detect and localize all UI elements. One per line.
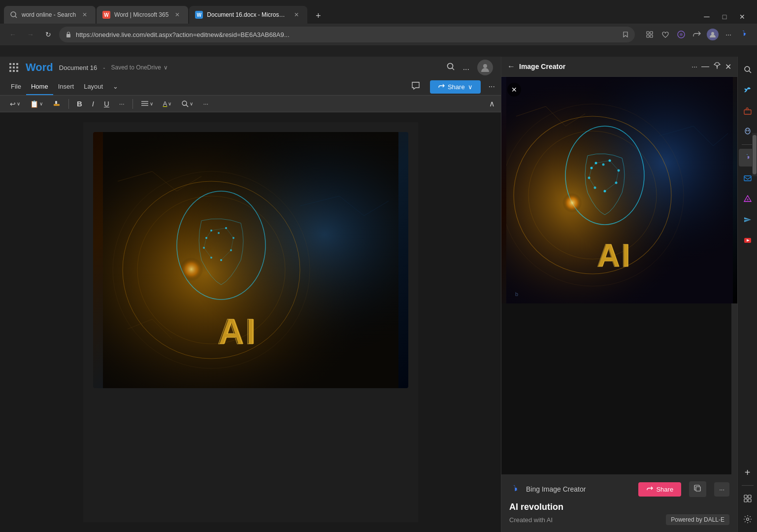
svg-point-19 <box>447 64 453 69</box>
sidebar-bird-icon[interactable] <box>739 81 757 99</box>
word-search-btn[interactable] <box>446 62 455 73</box>
word-area: Word Document 16 - Saved to OneDrive ∨ .… <box>0 57 501 532</box>
menu-more-chevron[interactable]: ⌄ <box>108 79 123 95</box>
bing-icon[interactable] <box>737 28 751 41</box>
align-btn[interactable]: ∨ <box>137 99 157 109</box>
share-button[interactable]: Share ∨ <box>430 80 481 94</box>
tab1-close[interactable]: ✕ <box>80 10 90 20</box>
address-bar[interactable]: https://onedrive.live.com/edit.aspx?acti… <box>59 27 635 42</box>
lock-icon <box>65 31 72 38</box>
tab-bar: word online - Search ✕ W Word | Microsof… <box>0 0 757 24</box>
highlight-btn[interactable]: A ∨ <box>159 98 176 109</box>
sidebar-settings-icon[interactable] <box>739 510 757 528</box>
panel-copy-button[interactable] <box>689 481 706 497</box>
tab3-close[interactable]: ✕ <box>292 10 301 20</box>
browser-more-icon[interactable]: ··· <box>722 28 735 41</box>
profile-icon[interactable] <box>706 28 720 41</box>
forward-button[interactable]: → <box>24 28 37 41</box>
svg-point-84 <box>745 66 750 71</box>
svg-point-79 <box>557 172 611 226</box>
menu-layout[interactable]: Layout <box>79 79 108 95</box>
menu-insert[interactable]: Insert <box>53 79 79 95</box>
clipboard-btn[interactable]: 📋 ∨ <box>26 98 47 110</box>
sidebar-add-icon[interactable]: + <box>739 464 757 481</box>
panel-more-button[interactable]: ··· <box>691 63 697 70</box>
svg-rect-94 <box>744 495 747 498</box>
sidebar-search-icon[interactable] <box>739 61 757 78</box>
sidebar-briefcase-icon[interactable] <box>739 102 757 120</box>
browser-chrome: word online - Search ✕ W Word | Microsof… <box>0 0 757 57</box>
collections-icon[interactable] <box>643 28 657 41</box>
maximize-window[interactable]: □ <box>718 10 731 24</box>
svg-line-1 <box>15 16 17 18</box>
panel-title-text: Image Creator <box>519 63 688 70</box>
refresh-button[interactable]: ↻ <box>41 28 55 41</box>
word-separator: - <box>103 64 105 71</box>
svg-rect-6 <box>650 35 653 37</box>
underline-btn[interactable]: U <box>100 98 113 110</box>
panel-image-close-button[interactable]: ✕ <box>507 83 521 97</box>
toolbar-sep1 <box>68 99 69 109</box>
close-window[interactable]: ✕ <box>735 10 749 24</box>
svg-point-8 <box>680 33 683 36</box>
menu-file[interactable]: File <box>6 79 26 95</box>
toolbar-more2[interactable]: ··· <box>199 98 212 109</box>
back-button[interactable]: ← <box>6 28 20 41</box>
panel-close-button[interactable]: ✕ <box>725 62 731 71</box>
panel-ai-image: AI AI b <box>501 77 737 303</box>
apps-icon[interactable] <box>8 62 20 73</box>
panel-ellipsis-button[interactable]: ··· <box>714 482 729 497</box>
panel-pin-button[interactable] <box>713 62 721 71</box>
undo-btn[interactable]: ↩ ∨ <box>6 98 24 110</box>
svg-rect-95 <box>748 495 751 498</box>
panel-share-button[interactable]: Share <box>638 482 681 497</box>
word-avatar[interactable] <box>477 60 493 75</box>
italic-btn[interactable]: I <box>88 98 98 110</box>
svg-point-21 <box>483 64 487 68</box>
panel-footer: Bing Image Creator Share ··· AI revoluti… <box>501 474 737 532</box>
right-sidebar: + <box>737 57 757 532</box>
new-tab-button[interactable]: + <box>310 8 326 24</box>
minimize-window[interactable]: ─ <box>700 10 714 24</box>
sidebar-send-icon[interactable] <box>739 211 757 229</box>
tab2-close[interactable]: ✕ <box>172 10 182 20</box>
share-nav-icon[interactable] <box>690 28 704 41</box>
copy-icon <box>694 485 701 492</box>
panel-minimize-button[interactable]: — <box>701 62 709 71</box>
panel-back-button[interactable]: ← <box>507 62 515 71</box>
tab-word365[interactable]: W Word | Microsoft 365 ✕ <box>97 6 188 24</box>
svg-text:AI: AI <box>218 312 257 351</box>
heart-icon[interactable] <box>658 28 672 41</box>
sidebar-design-icon[interactable] <box>739 190 757 208</box>
svg-rect-3 <box>647 32 649 34</box>
svg-point-88 <box>746 130 747 132</box>
svg-point-0 <box>11 12 16 17</box>
toolbar-collapse-btn[interactable]: ∧ <box>489 99 495 108</box>
svg-rect-13 <box>9 66 11 68</box>
word-menu-bar: File Home Insert Layout ⌄ Share ∨ ··· <box>0 78 501 96</box>
tab-document[interactable]: W Document 16.docx - Microsoft W ✕ <box>189 6 307 24</box>
word-saved-state[interactable]: Saved to OneDrive ∨ <box>111 64 168 71</box>
panel-image-area: ✕ <box>501 77 737 474</box>
word-header-more[interactable]: ... <box>463 63 469 72</box>
copilot-icon[interactable] <box>674 28 688 41</box>
panel-ai-image-svg: AI AI b <box>506 77 733 303</box>
word-doc-area[interactable]: AI AI <box>0 112 501 532</box>
sidebar-sep2 <box>742 485 754 486</box>
svg-rect-83 <box>696 487 700 491</box>
menu-home[interactable]: Home <box>26 79 53 95</box>
comment-button[interactable] <box>405 78 426 95</box>
tab-search[interactable]: word online - Search ✕ <box>4 6 96 24</box>
bookmark-icon[interactable] <box>622 31 629 38</box>
sidebar-youtube-icon[interactable] <box>739 232 757 249</box>
word-toolbar: ↩ ∨ 📋 ∨ B I U ··· ∨ A ∨ <box>0 96 501 112</box>
main-content: Word Document 16 - Saved to OneDrive ∨ .… <box>0 57 757 532</box>
sidebar-sep1 <box>742 144 754 145</box>
bold-btn[interactable]: B <box>73 98 86 110</box>
toolbar-more1[interactable]: ··· <box>115 98 129 109</box>
url-text: https://onedrive.live.com/edit.aspx?acti… <box>76 31 618 38</box>
sidebar-layout-icon[interactable] <box>739 490 757 507</box>
format-painter-btn[interactable] <box>49 98 65 110</box>
word-menu-more[interactable]: ··· <box>489 82 495 91</box>
find-btn[interactable]: ∨ <box>177 98 197 109</box>
